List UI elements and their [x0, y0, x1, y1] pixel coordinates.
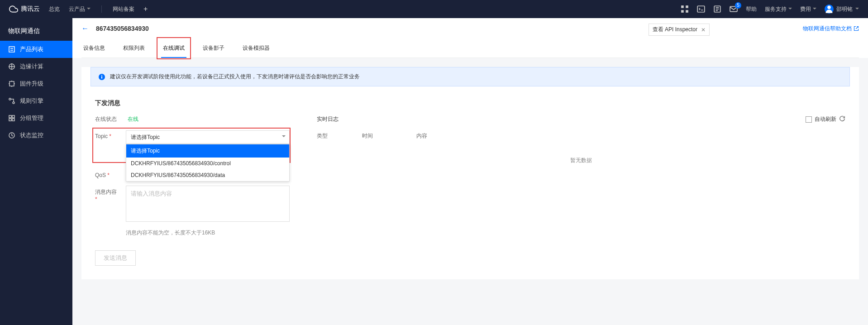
cloud-logo-icon: [9, 5, 18, 14]
svg-point-7: [827, 6, 831, 10]
logo-area[interactable]: 腾讯云: [9, 5, 40, 14]
group-icon: [8, 115, 15, 122]
rule-icon: [8, 97, 15, 105]
info-banner: 建议仅在开发调试阶段使用此功能，若设备已正式投入使用，下发消息时请评估是否会影响…: [91, 67, 850, 86]
svg-rect-0: [681, 5, 684, 8]
svg-rect-3: [686, 10, 688, 13]
svg-rect-16: [12, 119, 14, 121]
svg-rect-4: [697, 6, 705, 12]
firmware-icon: [8, 80, 15, 87]
log-title: 实时日志: [317, 115, 339, 123]
realtime-log-panel: 实时日志 自动刷新 类型 时间 内容: [317, 115, 845, 266]
list-icon: [8, 46, 15, 53]
edge-icon: [8, 63, 15, 70]
content-area: ← 867435056834930 查看 API Inspector ✕ 物联网…: [72, 18, 868, 325]
auto-refresh-checkbox[interactable]: [806, 116, 812, 123]
right-nav: 5 帮助 服务支持 费用 邵明铭: [681, 5, 859, 14]
page-header: ← 867435056834930 查看 API Inspector ✕ 物联网…: [72, 18, 868, 58]
mail-icon[interactable]: 5: [730, 5, 738, 13]
online-status-value: 在线: [128, 115, 138, 123]
nav-divider: [101, 5, 102, 13]
svg-rect-8: [9, 47, 14, 52]
info-icon: [98, 73, 105, 81]
log-empty-text: 暂无数据: [317, 143, 845, 178]
topic-option-control[interactable]: DCKHRFYIUS/867435056834930/control: [126, 158, 289, 169]
tab-device-info[interactable]: 设备信息: [81, 41, 107, 57]
nav-items: 总览 云产品 网站备案 +: [49, 5, 681, 13]
chevron-down-icon: [87, 6, 91, 13]
brand-text: 腾讯云: [21, 5, 40, 13]
send-message-form: 在线状态 在线 Topic 请选择Topic 请选择Topic: [95, 115, 290, 266]
svg-rect-19: [101, 76, 102, 78]
topic-option-data[interactable]: DCKHRFYIUS/867435056834930/data: [126, 169, 289, 181]
info-text: 建议仅在开发调试阶段使用此功能，若设备已正式投入使用，下发消息时请评估是否会影响…: [110, 73, 360, 81]
chevron-down-icon: [855, 6, 859, 13]
tab-online-debug[interactable]: 在线调试: [161, 41, 186, 57]
log-col-type: 类型: [317, 132, 362, 140]
back-button[interactable]: ←: [81, 24, 89, 33]
avatar-icon: [825, 5, 834, 14]
help-doc-link[interactable]: 物联网通信帮助文档: [803, 25, 859, 33]
nav-website-filing[interactable]: 网站备案: [113, 5, 134, 13]
grid-icon[interactable]: [681, 5, 689, 13]
online-status-label: 在线状态: [95, 115, 117, 123]
qos-label: QoS: [95, 169, 118, 178]
device-id-title: 867435056834930: [96, 25, 149, 32]
chevron-down-icon: [282, 135, 286, 139]
top-nav: 腾讯云 总览 云产品 网站备案 + 5 帮助 服务支持 费用: [0, 0, 868, 18]
svg-point-12: [13, 102, 14, 104]
sidebar-item-rule[interactable]: 规则引擎: [0, 92, 72, 110]
user-menu[interactable]: 邵明铭: [825, 5, 859, 14]
mail-badge: 5: [735, 2, 741, 9]
chevron-down-icon: [813, 6, 816, 13]
section-title: 下发消息: [81, 86, 859, 115]
svg-rect-15: [9, 119, 11, 121]
tab-device-shadow[interactable]: 设备影子: [201, 41, 226, 57]
topic-select[interactable]: 请选择Topic 请选择Topic DCKHRFYIUS/86743505683…: [126, 130, 290, 144]
chevron-down-icon: [788, 6, 792, 13]
svg-rect-14: [12, 115, 14, 118]
close-icon[interactable]: ✕: [701, 27, 706, 33]
send-button[interactable]: 发送消息: [95, 250, 136, 266]
shell-icon[interactable]: [697, 5, 705, 13]
api-inspector-chip[interactable]: 查看 API Inspector ✕: [649, 24, 710, 36]
external-link-icon: [854, 26, 859, 31]
sidebar-item-edge[interactable]: 边缘计算: [0, 58, 72, 75]
nav-overview[interactable]: 总览: [49, 5, 60, 13]
topic-option-placeholder[interactable]: 请选择Topic: [126, 144, 289, 158]
log-col-time: 时间: [362, 132, 416, 140]
sidebar-item-group[interactable]: 分组管理: [0, 110, 72, 127]
news-icon[interactable]: [713, 5, 721, 13]
topic-dropdown: 请选择Topic DCKHRFYIUS/867435056834930/cont…: [126, 144, 290, 182]
message-textarea[interactable]: [126, 186, 290, 222]
tab-device-simulator[interactable]: 设备模拟器: [241, 41, 272, 57]
svg-rect-1: [686, 5, 688, 8]
tabs: 设备信息 权限列表 在线调试 设备影子 设备模拟器: [81, 41, 859, 58]
svg-point-20: [101, 75, 102, 76]
refresh-icon[interactable]: [839, 115, 845, 123]
nav-fee[interactable]: 费用: [800, 5, 816, 13]
sidebar-item-firmware[interactable]: 固件升级: [0, 75, 72, 92]
svg-rect-10: [10, 81, 14, 86]
sidebar-title: 物联网通信: [0, 23, 72, 41]
nav-add-button[interactable]: +: [143, 5, 148, 13]
svg-rect-2: [681, 10, 684, 13]
svg-point-11: [9, 98, 11, 100]
message-hint: 消息内容不能为空，长度不大于16KB: [126, 229, 290, 237]
tab-permissions[interactable]: 权限列表: [121, 41, 147, 57]
svg-rect-13: [9, 115, 11, 118]
username: 邵明铭: [836, 5, 853, 13]
nav-products[interactable]: 云产品: [69, 5, 91, 13]
sidebar-item-monitor[interactable]: 状态监控: [0, 127, 72, 144]
nav-help[interactable]: 帮助: [746, 5, 757, 13]
log-col-content: 内容: [416, 132, 845, 140]
main-panel: 建议仅在开发调试阶段使用此功能，若设备已正式投入使用，下发消息时请评估是否会影响…: [81, 67, 859, 279]
sidebar: 物联网通信 产品列表 边缘计算 固件升级 规则引擎 分组管理 状态监控: [0, 18, 72, 325]
log-table-header: 类型 时间 内容: [317, 129, 845, 143]
sidebar-item-products[interactable]: 产品列表: [0, 41, 72, 58]
nav-service[interactable]: 服务支持: [765, 5, 792, 13]
message-label: 消息内容: [95, 186, 118, 202]
auto-refresh-label: 自动刷新: [815, 115, 836, 123]
topic-label: Topic: [95, 130, 118, 139]
monitor-icon: [8, 132, 15, 139]
